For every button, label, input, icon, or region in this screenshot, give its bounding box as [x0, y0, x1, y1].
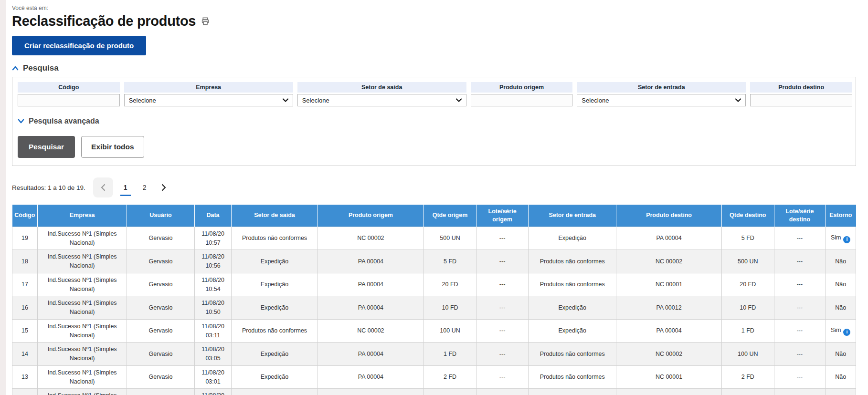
reclassification-table: Código Empresa Usuário Data Setor de saí… [12, 205, 856, 395]
cell-usuario: Gervasio [127, 343, 194, 366]
cell-lote-serie-destino: --- [774, 343, 826, 366]
pagination-prev-button[interactable] [93, 177, 113, 198]
cell-produto-destino: NC 00002 [616, 343, 722, 366]
search-button[interactable]: Pesquisar [18, 136, 75, 158]
table-row[interactable]: 12 Ind.Sucesso Nº1 (Simples Nacional) Ge… [12, 389, 856, 395]
cell-lote-serie-origem: --- [476, 273, 529, 296]
cell-qtde-origem: 20 FD [424, 273, 476, 296]
cell-produto-origem: NC 00002 [318, 319, 424, 343]
create-reclassification-button[interactable]: Criar reclassificação de produto [12, 36, 146, 55]
cell-empresa: Ind.Sucesso Nº1 (Simples Nacional) [38, 343, 127, 366]
cell-date: 11/08/20 [197, 368, 230, 377]
setor-entrada-select[interactable]: Selecione [577, 94, 746, 106]
chevron-down-icon [456, 98, 462, 102]
col-usuario: Usuário [127, 205, 194, 227]
filter-setor-entrada: Setor de entrada Selecione [577, 82, 746, 106]
filter-setor-saida: Setor de saída Selecione [297, 82, 466, 106]
cell-qtde-origem: 2 FD [424, 365, 476, 389]
filter-setor-entrada-label: Setor de entrada [577, 82, 746, 93]
cell-setor-entrada: Expedição [529, 319, 616, 343]
cell-setor-saida: Expedição [232, 273, 318, 296]
cell-empresa: Ind.Sucesso Nº1 (Simples Nacional) [38, 273, 127, 296]
table-row[interactable]: 17 Ind.Sucesso Nº1 (Simples Nacional) Ge… [12, 273, 856, 296]
left-edge-strip [0, 0, 6, 395]
table-row[interactable]: 18 Ind.Sucesso Nº1 (Simples Nacional) Ge… [12, 250, 856, 273]
cell-empresa: Ind.Sucesso Nº1 (Simples Nacional) [38, 250, 127, 273]
cell-estorno: Nãoi [826, 389, 856, 395]
cell-usuario: Gervasio [127, 365, 194, 389]
cell-estorno: Nãoi [826, 250, 856, 273]
cell-codigo: 17 [12, 273, 38, 296]
cell-lote-serie-destino: --- [774, 365, 826, 389]
cell-produto-destino: PA 00012 [616, 296, 722, 320]
estorno-value: Não [835, 258, 846, 265]
cell-qtde-destino: 100 UN [721, 343, 774, 366]
pagination-page-2[interactable]: 2 [143, 184, 147, 191]
cell-produto-destino: PA 00012 [616, 389, 722, 395]
col-empresa: Empresa [38, 205, 127, 227]
estorno-value: Não [835, 304, 846, 311]
cell-data: 11/08/20 03:05 [194, 343, 232, 366]
cell-lote-serie-origem: --- [476, 227, 529, 250]
setor-saida-select-value: Selecione [302, 97, 329, 104]
cell-estorno: Nãoi [826, 365, 856, 389]
table-row[interactable]: 15 Ind.Sucesso Nº1 (Simples Nacional) Ge… [12, 319, 856, 343]
cell-time: 03:05 [197, 354, 230, 363]
table-row[interactable]: 19 Ind.Sucesso Nº1 (Simples Nacional) Ge… [12, 227, 856, 250]
table-header-row: Código Empresa Usuário Data Setor de saí… [12, 205, 856, 227]
cell-qtde-destino: 20 FD [721, 273, 774, 296]
cell-usuario: Gervasio [127, 250, 194, 273]
filter-setor-saida-label: Setor de saída [297, 82, 466, 93]
cell-setor-saida: Produtos não conformes [232, 319, 318, 343]
cell-setor-saida: Produtos não conformes [232, 227, 318, 250]
estorno-info-icon[interactable]: i [843, 329, 850, 336]
col-lote-serie-origem: Lote/série origem [476, 205, 529, 227]
advanced-search-toggle[interactable]: Pesquisa avançada [18, 117, 850, 125]
col-estorno: Estorno [826, 205, 856, 227]
filter-codigo-label: Código [18, 82, 120, 93]
cell-setor-saida: Expedição [232, 296, 318, 320]
codigo-input[interactable] [18, 94, 120, 106]
filter-produto-origem-label: Produto origem [471, 82, 573, 93]
cell-data: 11/08/20 10:56 [194, 250, 232, 273]
page-title: Reclassificação de produtos [12, 13, 196, 29]
cell-produto-origem: PA 00004 [318, 250, 424, 273]
cell-date: 11/08/20 [197, 252, 230, 261]
cell-setor-entrada: Expedição [529, 389, 616, 395]
produto-destino-input[interactable] [750, 94, 852, 106]
cell-empresa: Ind.Sucesso Nº1 (Simples Nacional) [38, 319, 127, 343]
setor-saida-select[interactable]: Selecione [297, 94, 466, 106]
table-row[interactable]: 16 Ind.Sucesso Nº1 (Simples Nacional) Ge… [12, 296, 856, 320]
pagination-next-button[interactable] [161, 184, 167, 191]
setor-entrada-select-value: Selecione [582, 97, 609, 104]
show-all-button[interactable]: Exibir todos [81, 136, 144, 158]
cell-data: 11/08/20 10:54 [194, 273, 232, 296]
cell-empresa: Ind.Sucesso Nº1 (Simples Nacional) [38, 227, 127, 250]
cell-lote-serie-destino: --- [774, 273, 826, 296]
advanced-search-label: Pesquisa avançada [29, 117, 99, 125]
estorno-info-icon[interactable]: i [843, 236, 850, 243]
empresa-select[interactable]: Selecione [124, 94, 293, 106]
cell-time: 03:11 [197, 331, 230, 340]
filter-codigo: Código [18, 82, 120, 106]
cell-lote-serie-destino: --- [774, 227, 826, 250]
search-section-toggle[interactable]: Pesquisa [12, 63, 856, 73]
table-row[interactable]: 14 Ind.Sucesso Nº1 (Simples Nacional) Ge… [12, 343, 856, 366]
cell-qtde-destino: 500 UN [721, 250, 774, 273]
cell-codigo: 16 [12, 296, 38, 320]
produto-origem-input[interactable] [471, 94, 573, 106]
pagination-page-1[interactable]: 1 [124, 184, 127, 191]
col-setor-saida: Setor de saída [232, 205, 318, 227]
col-codigo: Código [12, 205, 38, 227]
filter-produto-destino: Produto destino [750, 82, 852, 106]
col-setor-entrada: Setor de entrada [529, 205, 616, 227]
estorno-value: Não [835, 351, 846, 357]
col-qtde-destino: Qtde destino [721, 205, 774, 227]
cell-lote-serie-destino: --- [774, 319, 826, 343]
print-icon[interactable] [201, 17, 210, 26]
cell-setor-entrada: Expedição [529, 296, 616, 320]
table-row[interactable]: 13 Ind.Sucesso Nº1 (Simples Nacional) Ge… [12, 365, 856, 389]
cell-codigo: 13 [12, 365, 38, 389]
cell-lote-serie-origem: --- [476, 296, 529, 320]
col-data: Data [194, 205, 232, 227]
